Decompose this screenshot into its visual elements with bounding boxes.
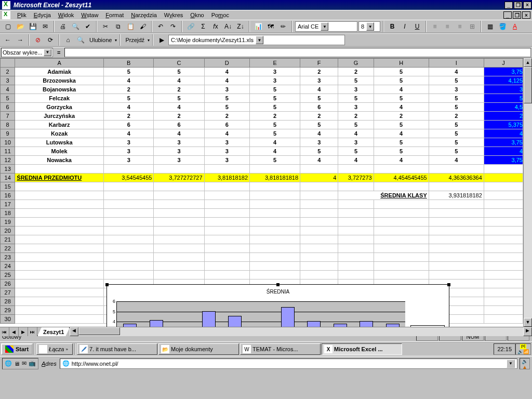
undo-icon[interactable]: ↶ (155, 21, 166, 32)
refresh-icon[interactable]: ⟳ (45, 34, 56, 46)
row-3[interactable]: 3 (1, 76, 15, 85)
col-I[interactable]: I (429, 59, 484, 68)
col-J[interactable]: J (484, 59, 523, 68)
row-27[interactable]: 27 (1, 288, 15, 297)
outlook-icon[interactable]: ✉ (22, 360, 26, 367)
font-name-combo[interactable]: Arial CE▼ (295, 21, 357, 32)
font-color-icon[interactable]: A (509, 21, 521, 32)
redo-icon[interactable]: ↷ (167, 21, 179, 32)
tray-extra[interactable]: Pl 🔊📶 (515, 343, 531, 355)
task-0[interactable]: Łącza » (36, 343, 73, 355)
spell-icon[interactable]: ✔ (82, 21, 94, 32)
address-input[interactable]: 🌐 http://www.onet.pl/ ▼ (60, 358, 517, 369)
menu-format[interactable]: Format (102, 11, 127, 19)
go-icon[interactable]: ▶ (156, 34, 167, 46)
merge-icon[interactable]: ⊞ (467, 21, 478, 32)
print-icon[interactable]: 🖨 (57, 21, 69, 32)
col-F[interactable]: F (300, 59, 338, 68)
system-tray[interactable]: 22:15 (494, 343, 515, 355)
tray-right-2[interactable]: 🔊▲ (520, 358, 530, 369)
row-24[interactable]: 24 (1, 262, 15, 271)
vertical-scrollbar[interactable]: ▲▼ (523, 58, 532, 327)
col-D[interactable]: D (204, 59, 249, 68)
close-button[interactable]: × (523, 2, 531, 9)
col-H[interactable]: H (374, 59, 429, 68)
row-14[interactable]: 14 (1, 174, 15, 182)
row-15[interactable]: 15 (1, 182, 15, 191)
italic-icon[interactable]: I (399, 21, 410, 32)
row-9[interactable]: 9 (1, 129, 15, 138)
tab-next-icon[interactable]: ▶ (19, 327, 28, 336)
back-icon[interactable]: ← (2, 34, 14, 46)
col-G[interactable]: G (338, 59, 374, 68)
col-B[interactable]: B (103, 59, 153, 68)
minimize-button[interactable]: _ (504, 2, 513, 9)
cut-icon[interactable]: ✂ (100, 21, 111, 32)
row-17[interactable]: 17 (1, 200, 15, 209)
task-3[interactable]: WTEMAT - Micros... (240, 343, 321, 355)
tab-prev-icon[interactable]: ◀ (9, 327, 19, 336)
tab-last-icon[interactable]: ⏭ (28, 327, 37, 336)
row-11[interactable]: 11 (1, 147, 15, 156)
row-7[interactable]: 7 (1, 112, 15, 121)
menu-wstaw[interactable]: Wstaw (77, 11, 102, 19)
drawing-toggle-icon[interactable]: ✏ (277, 21, 289, 32)
start-button[interactable]: Start (1, 343, 33, 355)
home-icon[interactable]: ⌂ (62, 34, 74, 46)
row-13[interactable]: 13 (1, 165, 15, 174)
stop-icon[interactable]: ⊘ (32, 34, 44, 46)
row-8[interactable]: 8 (1, 121, 15, 129)
row-5[interactable]: 5 (1, 94, 15, 103)
fx-icon[interactable]: fx (210, 21, 221, 32)
search-web-icon[interactable]: 🔍 (75, 34, 86, 46)
channels-icon[interactable]: 📺 (29, 360, 36, 367)
align-right-icon[interactable]: ≡ (454, 21, 466, 32)
row-29[interactable]: 29 (1, 306, 15, 315)
menu-pomoc[interactable]: Pomoc (208, 11, 233, 19)
sheet-tab-1[interactable]: Zeszyt1 (37, 327, 70, 336)
chart-wizard-icon[interactable]: 📊 (252, 21, 264, 32)
autosum-icon[interactable]: Σ (197, 21, 209, 32)
formula-input[interactable] (64, 48, 531, 57)
task-1[interactable]: 🖊️7. it must have b... (77, 343, 157, 355)
col-C[interactable]: C (154, 59, 204, 68)
task-2[interactable]: 📂Moje dokumenty (158, 343, 239, 355)
hyperlink-icon[interactable]: 🔗 (185, 21, 196, 32)
align-left-icon[interactable]: ≡ (429, 21, 441, 32)
ie-icon[interactable]: 🌐 (5, 360, 12, 367)
row-18[interactable]: 18 (1, 209, 15, 218)
col-A[interactable]: A (15, 59, 104, 68)
paste-icon[interactable]: 📋 (125, 21, 136, 32)
bold-icon[interactable]: B (387, 21, 398, 32)
path-combo[interactable]: C:\Moje dokumenty\Zeszyt11.xls▼ (168, 35, 345, 45)
row-30[interactable]: 30 (1, 315, 15, 324)
menu-wykres[interactable]: Wykres (161, 11, 187, 19)
row-26[interactable]: 26 (1, 280, 15, 288)
row-2[interactable]: 2 (1, 68, 15, 76)
sort-asc-icon[interactable]: A↓ (222, 21, 234, 32)
row-16[interactable]: 16 (1, 191, 15, 200)
save-icon[interactable]: 💾 (27, 21, 38, 32)
align-center-icon[interactable]: ≡ (442, 21, 453, 32)
mdi-restore-button[interactable]: ❐ (513, 11, 521, 19)
menu-edycja[interactable]: Edycja (30, 11, 55, 19)
row-21[interactable]: 21 (1, 235, 15, 244)
row-10[interactable]: 10 (1, 138, 15, 147)
sort-desc-icon[interactable]: Z↓ (235, 21, 246, 32)
font-size-combo[interactable]: 8▼ (358, 21, 380, 32)
horizontal-scrollbar[interactable]: ◀▶ (70, 327, 532, 336)
row-25[interactable]: 25 (1, 271, 15, 280)
borders-icon[interactable]: ▦ (484, 21, 496, 32)
map-icon[interactable]: 🗺 (265, 21, 276, 32)
menu-plik[interactable]: Plik (14, 11, 30, 19)
new-icon[interactable]: ▢ (2, 21, 14, 32)
format-painter-icon[interactable]: 🖌 (137, 21, 149, 32)
row-6[interactable]: 6 (1, 103, 15, 112)
row-19[interactable]: 19 (1, 218, 15, 227)
mdi-minimize-button[interactable]: _ (503, 11, 512, 19)
chart-object[interactable]: ŚREDNIA ŚREDNIA 01234561234567891011 (107, 284, 449, 327)
fill-color-icon[interactable]: 🪣 (497, 21, 508, 32)
go-label[interactable]: Przejdź (123, 37, 147, 43)
open-icon[interactable]: 📂 (15, 21, 26, 32)
tab-first-icon[interactable]: ⏮ (0, 327, 9, 336)
